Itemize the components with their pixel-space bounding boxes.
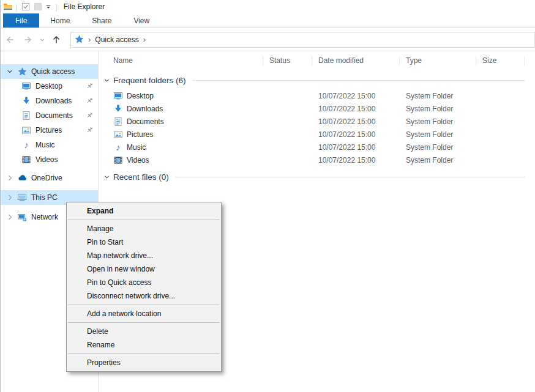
up-button[interactable]: [47, 31, 65, 49]
column-header-name[interactable]: Name: [99, 56, 263, 66]
column-header-status[interactable]: Status: [263, 56, 312, 66]
music-note-icon: ♪: [113, 142, 123, 152]
file-row-desktop[interactable]: Desktop 10/07/2022 15:00 System Folder: [99, 89, 535, 102]
downloads-icon: [113, 104, 123, 114]
quick-access-star-icon: [17, 67, 27, 76]
group-header-frequent-folders[interactable]: Frequent folders (6): [102, 74, 525, 86]
menu-separator: [68, 353, 220, 354]
context-menu: Expand Manage Pin to Start Map network d…: [66, 202, 222, 372]
menu-item-add-a-network-location[interactable]: Add a network location: [67, 307, 221, 320]
sidebar-item-label: Downloads: [36, 97, 72, 105]
sidebar-item-label: Music: [36, 141, 54, 149]
videos-icon: [21, 155, 31, 165]
menu-item-disconnect-network-drive[interactable]: Disconnect network drive...: [67, 289, 221, 303]
column-header-type[interactable]: Type: [400, 56, 476, 66]
forward-arrow-icon: [23, 35, 33, 45]
breadcrumb-location[interactable]: Quick access: [95, 35, 138, 44]
breadcrumb-chevron[interactable]: ›: [143, 35, 146, 44]
menu-separator: [68, 220, 220, 220]
sidebar-item-videos[interactable]: Videos: [1, 152, 98, 167]
forward-button[interactable]: [19, 31, 37, 49]
chevron-right-icon[interactable]: [6, 213, 14, 221]
file-name: Documents: [127, 117, 164, 126]
chevron-down-icon[interactable]: [102, 77, 111, 84]
file-type: System Folder: [400, 117, 476, 126]
file-name: Videos: [127, 156, 149, 165]
chevron-down-icon[interactable]: [6, 68, 14, 75]
menu-item-map-network-drive[interactable]: Map network drive...: [67, 249, 221, 262]
file-row-downloads[interactable]: Downloads 10/07/2022 15:00 System Folder: [99, 102, 535, 115]
column-header-date-modified[interactable]: Date modified: [312, 56, 400, 66]
file-row-videos[interactable]: Videos 10/07/2022 15:00 System Folder: [99, 153, 535, 166]
sidebar-item-label: Videos: [36, 155, 58, 164]
recent-locations-dropdown[interactable]: [37, 31, 47, 49]
back-arrow-icon: [5, 35, 15, 45]
sidebar-item-pictures[interactable]: Pictures: [1, 123, 98, 138]
chevron-down-icon[interactable]: [102, 174, 111, 180]
sidebar-item-label: OneDrive: [31, 174, 62, 182]
chevron-right-icon[interactable]: [6, 174, 14, 182]
file-row-pictures[interactable]: Pictures 10/07/2022 15:00 System Folder: [99, 128, 535, 141]
divider: |: [15, 2, 17, 12]
file-date-modified: 10/07/2022 15:00: [312, 156, 400, 165]
sidebar-item-downloads[interactable]: Downloads: [1, 94, 98, 108]
downloads-icon: [21, 96, 31, 106]
frequent-folders-rows: Desktop 10/07/2022 15:00 System Folder D…: [99, 89, 535, 166]
back-button[interactable]: [1, 31, 19, 49]
menu-separator: [68, 305, 220, 305]
group-header-recent-files[interactable]: Recent files (0): [102, 171, 525, 183]
chevron-down-icon: [39, 36, 46, 43]
file-type: System Folder: [400, 143, 476, 152]
file-type: System Folder: [400, 156, 476, 165]
tab-home[interactable]: Home: [39, 13, 81, 28]
sidebar-item-label: Desktop: [36, 82, 62, 91]
qat-new-folder-button[interactable]: [32, 1, 43, 12]
pin-icon: [85, 126, 94, 135]
sidebar-item-documents[interactable]: Documents: [1, 108, 98, 123]
file-date-modified: 10/07/2022 15:00: [312, 117, 400, 126]
menu-item-delete[interactable]: Delete: [67, 325, 221, 338]
divider: |: [55, 2, 57, 12]
file-name: Music: [127, 143, 146, 152]
menu-item-pin-to-start[interactable]: Pin to Start: [67, 235, 221, 249]
file-row-music[interactable]: ♪Music 10/07/2022 15:00 System Folder: [99, 141, 535, 153]
tab-share[interactable]: Share: [81, 13, 122, 28]
menu-item-rename[interactable]: Rename: [67, 338, 221, 352]
caret-down-icon: [45, 3, 52, 10]
file-type: System Folder: [400, 105, 476, 113]
menu-item-expand[interactable]: Expand: [67, 204, 221, 218]
quick-access-star-icon: [75, 35, 84, 44]
menu-item-open-in-new-window[interactable]: Open in new window: [67, 262, 221, 276]
documents-icon: [21, 111, 31, 120]
sidebar-item-desktop[interactable]: Desktop: [1, 79, 98, 94]
sidebar-item-music[interactable]: ♪ Music: [1, 138, 98, 152]
title-bar: | | File Explorer: [1, 0, 535, 13]
tab-file[interactable]: File: [3, 13, 39, 28]
desktop-icon: [21, 81, 31, 91]
pictures-icon: [113, 130, 123, 139]
pin-icon: [85, 111, 94, 120]
chevron-right-icon[interactable]: [6, 194, 14, 201]
group-header-rule: [175, 177, 525, 177]
music-note-icon: ♪: [21, 140, 31, 150]
documents-icon: [113, 117, 123, 127]
file-date-modified: 10/07/2022 15:00: [312, 143, 400, 152]
column-header-size[interactable]: Size: [476, 56, 525, 66]
column-header-row: Name Status Date modified Type Size: [99, 51, 535, 70]
menu-item-manage[interactable]: Manage: [67, 222, 221, 235]
up-arrow-icon: [51, 35, 61, 45]
new-folder-icon: [34, 2, 42, 11]
qat-properties-button[interactable]: [20, 1, 31, 12]
breadcrumb-chevron[interactable]: ›: [88, 35, 91, 44]
file-row-documents[interactable]: Documents 10/07/2022 15:00 System Folder: [99, 115, 535, 128]
menu-separator: [68, 322, 220, 323]
address-bar[interactable]: › Quick access ›: [70, 32, 535, 48]
menu-item-pin-to-quick-access[interactable]: Pin to Quick access: [67, 276, 221, 289]
sidebar-item-label: Pictures: [36, 126, 62, 135]
menu-item-properties[interactable]: Properties: [67, 356, 221, 369]
tab-view[interactable]: View: [122, 13, 160, 28]
qat-customize-dropdown[interactable]: [44, 1, 53, 12]
sidebar-item-quick-access[interactable]: Quick access: [1, 64, 98, 79]
sidebar-item-onedrive[interactable]: OneDrive: [1, 171, 98, 185]
this-pc-monitor-icon: [17, 193, 27, 202]
